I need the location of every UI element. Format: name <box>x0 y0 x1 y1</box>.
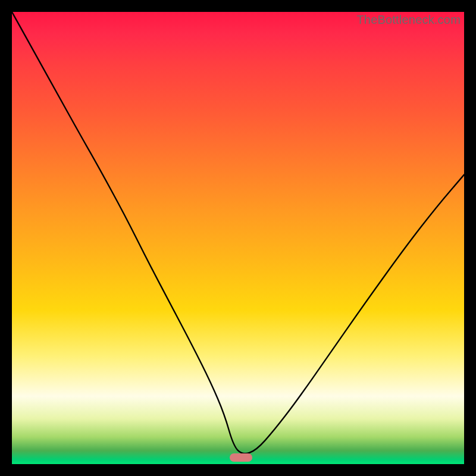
optimal-marker <box>230 453 252 462</box>
watermark-text: TheBottleneck.com <box>356 13 461 27</box>
plot-background-gradient <box>12 12 464 464</box>
chart-frame: TheBottleneck.com <box>12 12 464 464</box>
